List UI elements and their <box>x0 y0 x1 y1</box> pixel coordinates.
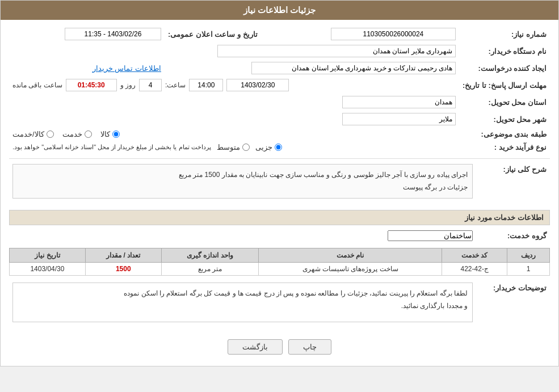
table-row: 1 ج-42-422 ساخت پروژه‌های تاسیسات شهری م… <box>10 263 550 276</box>
radio-کالا-label: کالا <box>100 130 110 138</box>
col-ردیف: ردیف <box>507 248 550 263</box>
شرح-کلی-label: شرح کلی نیاز: <box>476 162 550 205</box>
cell-تعداد: 1500 <box>85 263 161 276</box>
ساعت-input[interactable] <box>189 79 223 91</box>
نوع-فرآیند-label: نوع فرآیند خرید : <box>459 141 550 154</box>
ساعت-label: ساعت: <box>165 81 186 89</box>
شهر-label: شهر محل تحویل: <box>459 111 550 128</box>
استان-input[interactable] <box>342 96 456 108</box>
گروه-خدمت-input[interactable] <box>388 230 473 241</box>
cell-کد-خدمت: ج-42-422 <box>442 263 507 276</box>
شرح-کلی-text: اجرای پیاده رو سازی با آجر جالیز طوسی و … <box>179 171 468 191</box>
radio-خدمت[interactable]: خدمت <box>62 130 92 138</box>
ایجاد-کننده-label: ایجاد کننده درخواست: <box>459 60 550 77</box>
اطلاعات-تماس-link[interactable]: اطلاعات تماس خریدار <box>93 64 161 73</box>
radio-جزیی-input[interactable] <box>275 144 282 151</box>
col-تعداد: تعداد / مقدار <box>85 248 161 263</box>
col-واحد: واحد اندازه گیری <box>161 248 258 263</box>
radio-خدمت-label: خدمت <box>62 130 82 138</box>
cell-واحد: متر مربع <box>161 263 258 276</box>
radio-خدمت-input[interactable] <box>85 130 92 138</box>
radio-کالا-input[interactable] <box>112 130 120 138</box>
نوع-توضیح: پرداخت تمام یا بخشی از مبلغ خریدار از مح… <box>12 144 211 151</box>
ایجاد-کننده-input[interactable] <box>251 62 456 74</box>
تاریخ-اعلان-label: تاریخ و ساعت اعلان عمومی: <box>165 26 261 43</box>
اطلاعات-خدمات-title: اطلاعات خدمات مورد نیاز <box>9 210 550 225</box>
شرح-کلی-value: اجرای پیاده رو سازی با آجر جالیز طوسی و … <box>12 164 473 199</box>
توضیحات-text: لطفا برگه استعلام را پیرینت نمائید، جزئی… <box>124 289 468 310</box>
cell-تاریخ: 1403/04/30 <box>10 263 86 276</box>
باقی-مانده-label: ساعت باقی مانده <box>12 81 62 89</box>
شماره-نیاز-input[interactable] <box>331 28 456 40</box>
نام-دستگاه-label: نام دستگاه خریدار: <box>459 43 550 60</box>
radio-کالا-خدمت[interactable]: کالا/خدمت <box>12 130 54 138</box>
radio-کالا-خدمت-label: کالا/خدمت <box>12 130 44 138</box>
طبقه-بندی-label: طبقه بندی موضوعی: <box>459 128 550 141</box>
توضیحات-label: توضیحات خریدار: <box>476 280 550 329</box>
استان-label: استان محل تحویل: <box>459 94 550 111</box>
مهلت-تاریخ-input[interactable] <box>226 79 289 91</box>
cell-ردیف: 1 <box>507 263 550 276</box>
شماره-نیاز-label: شماره نیاز: <box>459 26 550 43</box>
روز-label: روز و <box>120 81 136 89</box>
radio-کالا-خدمت-input[interactable] <box>47 130 54 138</box>
col-تاریخ: تاریخ نیاز <box>10 248 86 263</box>
گروه-خدمت-label: گروه خدمت: <box>476 228 550 243</box>
radio-متوسط-label: متوسط <box>217 143 240 151</box>
radio-متوسط[interactable]: متوسط <box>217 143 250 151</box>
radio-جزیی[interactable]: جزیی <box>255 143 282 151</box>
page-title: جزئیات اطلاعات نیاز <box>243 5 316 15</box>
radio-جزیی-label: جزیی <box>255 143 272 151</box>
radio-متوسط-input[interactable] <box>242 144 250 151</box>
col-نام-خدمت: نام خدمت <box>258 248 442 263</box>
services-table: ردیف کد خدمت نام خدمت واحد اندازه گیری ت… <box>9 248 550 276</box>
تاریخ-اعلان-input[interactable] <box>65 28 161 40</box>
روز-input[interactable] <box>139 79 162 91</box>
print-button[interactable]: چاپ <box>288 339 331 355</box>
توضیحات-value: لطفا برگه استعلام را پیرینت نمائید، جزئی… <box>12 283 473 322</box>
col-کد-خدمت: کد خدمت <box>442 248 507 263</box>
radio-کالا[interactable]: کالا <box>100 130 120 138</box>
باقی-مانده-input[interactable] <box>66 79 117 91</box>
نام-دستگاه-input[interactable] <box>217 45 456 57</box>
back-button[interactable]: بازگشت <box>228 339 283 355</box>
cell-نام-خدمت: ساخت پروژه‌های تاسیسات شهری <box>258 263 442 276</box>
شهر-input[interactable] <box>342 113 456 125</box>
page-header: جزئیات اطلاعات نیاز <box>1 1 558 20</box>
مهلت-ارسال-label: مهلت ارسال پاسخ: تا تاریخ: <box>459 77 550 94</box>
buttons-row: چاپ بازگشت <box>9 334 550 360</box>
